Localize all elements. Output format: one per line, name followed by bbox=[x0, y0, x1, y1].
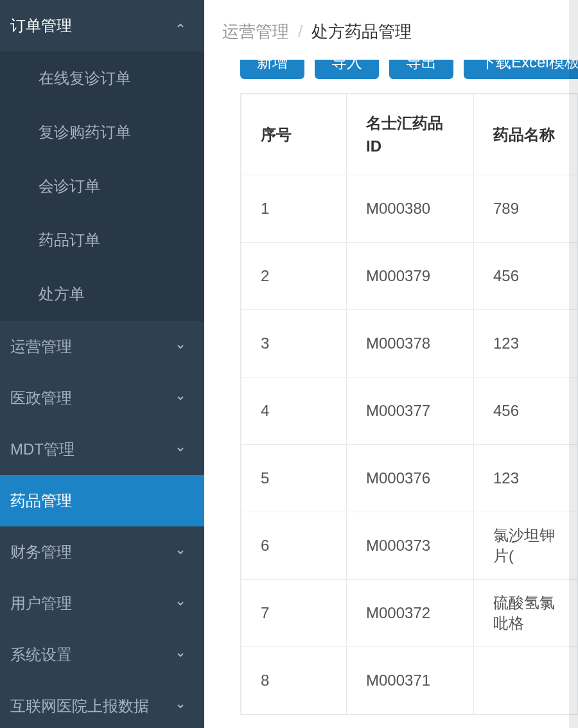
th-name: 药品名称 bbox=[474, 94, 578, 175]
menu-group-mdt[interactable]: MDT管理 bbox=[0, 424, 204, 475]
table-row[interactable]: 6M000373氯沙坦钾片( bbox=[241, 512, 578, 580]
cell-idx: 8 bbox=[241, 647, 347, 715]
cell-name: 硫酸氢氯吡格 bbox=[474, 580, 578, 647]
menu-group-medadmin[interactable]: 医政管理 bbox=[0, 372, 204, 424]
menu-group-label: 系统设置 bbox=[10, 645, 72, 665]
chevron-up-icon bbox=[175, 20, 186, 31]
cell-name: 氯沙坦钾片( bbox=[474, 512, 578, 580]
menu-group-settings[interactable]: 系统设置 bbox=[0, 629, 204, 680]
menu-group-label: 药品管理 bbox=[10, 490, 72, 511]
menu-group-report[interactable]: 互联网医院上报数据 bbox=[0, 680, 204, 728]
breadcrumb-parent[interactable]: 运营管理 bbox=[222, 21, 289, 43]
cell-name: 789 bbox=[474, 175, 578, 243]
cell-idx: 3 bbox=[241, 310, 347, 377]
cell-idx: 1 bbox=[241, 175, 347, 243]
menu-group-user[interactable]: 用户管理 bbox=[0, 578, 204, 629]
table-row[interactable]: 3M000378123 bbox=[241, 310, 578, 377]
chevron-down-icon bbox=[175, 546, 186, 558]
menu-group-label: MDT管理 bbox=[10, 439, 74, 460]
cell-id: M000373 bbox=[347, 512, 474, 580]
cell-idx: 7 bbox=[241, 580, 347, 647]
menu-group-label: 运营管理 bbox=[10, 336, 72, 357]
sidebar: 订单管理 在线复诊订单 复诊购药订单 会诊订单 药品订单 处方单 运营管理 医政… bbox=[0, 0, 204, 728]
cell-name bbox=[474, 647, 578, 715]
import-button[interactable]: 导入 bbox=[315, 60, 379, 79]
sidebar-item-huizhen[interactable]: 会诊订单 bbox=[0, 159, 204, 213]
sidebar-item-online-fz[interactable]: 在线复诊订单 bbox=[0, 51, 204, 105]
cell-idx: 2 bbox=[241, 243, 347, 310]
cell-id: M000380 bbox=[347, 175, 474, 243]
toolbar: 新增 导入 导出 下载Excel模板 bbox=[204, 60, 578, 82]
toolbar-clip: 新增 导入 导出 下载Excel模板 bbox=[204, 60, 578, 82]
cell-name: 456 bbox=[474, 377, 578, 445]
table-row[interactable]: 7M000372硫酸氢氯吡格 bbox=[241, 580, 578, 647]
table-row[interactable]: 8M000371 bbox=[241, 647, 578, 715]
chevron-down-icon bbox=[175, 700, 186, 712]
menu-group-label: 医政管理 bbox=[10, 388, 72, 408]
table-container: 序号 名士汇药品ID 药品名称 1M0003807892M0003794563M… bbox=[240, 93, 578, 715]
table-row[interactable]: 4M000377456 bbox=[241, 377, 578, 445]
chevron-down-icon bbox=[175, 392, 186, 404]
cell-id: M000371 bbox=[347, 647, 474, 715]
sidebar-item-drug-order[interactable]: 药品订单 bbox=[0, 213, 204, 267]
chevron-down-icon bbox=[175, 649, 186, 661]
menu-group-label: 订单管理 bbox=[10, 15, 72, 36]
th-idx: 序号 bbox=[241, 94, 347, 175]
table-row[interactable]: 5M000376123 bbox=[241, 445, 578, 512]
menu-group-label: 用户管理 bbox=[10, 593, 72, 614]
export-button[interactable]: 导出 bbox=[389, 60, 453, 79]
cell-id: M000379 bbox=[347, 243, 474, 310]
download-template-button[interactable]: 下载Excel模板 bbox=[464, 60, 578, 79]
table-row[interactable]: 1M000380789 bbox=[241, 175, 578, 243]
menu-group-ops[interactable]: 运营管理 bbox=[0, 321, 204, 372]
cell-idx: 4 bbox=[241, 377, 347, 445]
sidebar-item-prescription[interactable]: 处方单 bbox=[0, 267, 204, 321]
submenu-orders: 在线复诊订单 复诊购药订单 会诊订单 药品订单 处方单 bbox=[0, 51, 204, 321]
cell-id: M000372 bbox=[347, 580, 474, 647]
main-content: 运营管理 / 处方药品管理 新增 导入 导出 下载Excel模板 序号 名士汇药… bbox=[204, 0, 578, 728]
breadcrumb: 运营管理 / 处方药品管理 bbox=[204, 0, 578, 61]
cell-name: 456 bbox=[474, 243, 578, 310]
chevron-down-icon bbox=[175, 598, 186, 609]
cell-name: 123 bbox=[474, 310, 578, 377]
menu-group-label: 互联网医院上报数据 bbox=[10, 696, 149, 716]
breadcrumb-current: 处方药品管理 bbox=[311, 21, 412, 43]
chevron-down-icon bbox=[175, 444, 186, 455]
add-button[interactable]: 新增 bbox=[240, 60, 304, 79]
th-id: 名士汇药品ID bbox=[347, 94, 474, 175]
menu-group-label: 财务管理 bbox=[10, 542, 72, 562]
menu-group-finance[interactable]: 财务管理 bbox=[0, 526, 204, 578]
table-row[interactable]: 2M000379456 bbox=[241, 243, 578, 310]
cell-id: M000377 bbox=[347, 377, 474, 445]
cell-id: M000378 bbox=[347, 310, 474, 377]
chevron-down-icon bbox=[175, 341, 186, 352]
menu-group-orders[interactable]: 订单管理 bbox=[0, 0, 204, 51]
sidebar-item-fz-buy[interactable]: 复诊购药订单 bbox=[0, 105, 204, 159]
cell-idx: 5 bbox=[241, 445, 347, 512]
cell-name: 123 bbox=[474, 445, 578, 512]
drug-table: 序号 名士汇药品ID 药品名称 1M0003807892M0003794563M… bbox=[241, 94, 578, 715]
cell-idx: 6 bbox=[241, 512, 347, 580]
menu-group-drug[interactable]: 药品管理 bbox=[0, 475, 204, 526]
cell-id: M000376 bbox=[347, 445, 474, 512]
breadcrumb-separator: / bbox=[298, 22, 302, 42]
